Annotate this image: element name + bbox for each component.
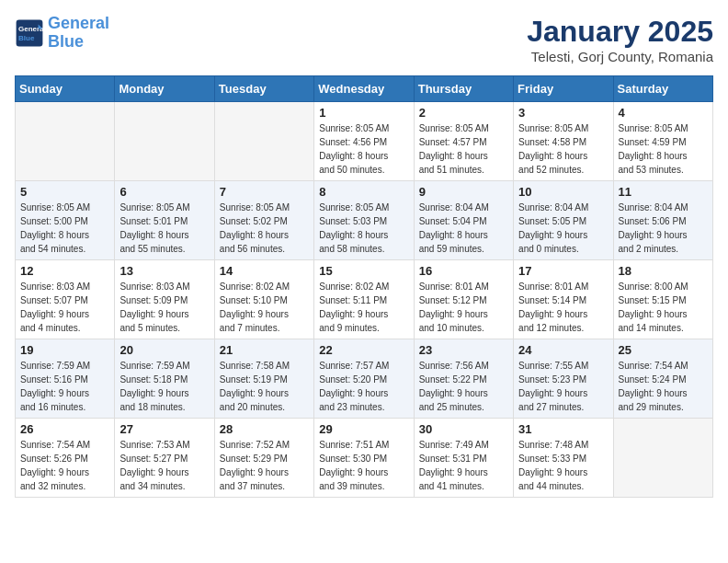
calendar-day-30: 30Sunrise: 7:49 AM Sunset: 5:31 PM Dayli… [414, 419, 513, 498]
day-info: Sunrise: 8:03 AM Sunset: 5:07 PM Dayligh… [20, 280, 109, 335]
day-info: Sunrise: 8:05 AM Sunset: 4:58 PM Dayligh… [518, 121, 608, 177]
day-number: 31 [518, 422, 608, 436]
calendar-day-27: 27Sunrise: 7:53 AM Sunset: 5:27 PM Dayli… [115, 419, 214, 498]
day-info: Sunrise: 7:53 AM Sunset: 5:27 PM Dayligh… [119, 438, 209, 493]
calendar-day-23: 23Sunrise: 7:56 AM Sunset: 5:22 PM Dayli… [414, 339, 513, 419]
day-info: Sunrise: 8:02 AM Sunset: 5:10 PM Dayligh… [220, 280, 309, 335]
day-number: 17 [518, 264, 608, 278]
day-info: Sunrise: 7:52 AM Sunset: 5:29 PM Dayligh… [220, 438, 309, 493]
calendar-day-2: 2Sunrise: 8:05 AM Sunset: 4:57 PM Daylig… [414, 102, 513, 181]
weekday-header-thursday: Thursday [414, 76, 513, 102]
day-number: 8 [319, 185, 408, 199]
main-title: January 2025 [527, 15, 713, 49]
day-number: 6 [119, 185, 209, 199]
day-info: Sunrise: 8:05 AM Sunset: 5:02 PM Dayligh… [220, 201, 309, 256]
calendar-day-6: 6Sunrise: 8:05 AM Sunset: 5:01 PM Daylig… [115, 181, 214, 260]
day-info: Sunrise: 7:54 AM Sunset: 5:24 PM Dayligh… [619, 359, 708, 414]
calendar-day-5: 5Sunrise: 8:05 AM Sunset: 5:00 PM Daylig… [16, 181, 115, 260]
day-info: Sunrise: 8:01 AM Sunset: 5:14 PM Dayligh… [518, 280, 608, 335]
day-info: Sunrise: 8:02 AM Sunset: 5:11 PM Dayligh… [319, 280, 408, 335]
header: General Blue General Blue January 2025 T… [15, 15, 713, 64]
day-number: 27 [119, 422, 209, 436]
day-info: Sunrise: 7:54 AM Sunset: 5:26 PM Dayligh… [20, 438, 109, 493]
day-info: Sunrise: 8:04 AM Sunset: 5:05 PM Dayligh… [518, 201, 608, 256]
day-info: Sunrise: 7:56 AM Sunset: 5:22 PM Dayligh… [419, 359, 508, 414]
calendar-day-24: 24Sunrise: 7:55 AM Sunset: 5:23 PM Dayli… [514, 339, 613, 419]
calendar-day-25: 25Sunrise: 7:54 AM Sunset: 5:24 PM Dayli… [613, 339, 712, 419]
calendar-week-row: 5Sunrise: 8:05 AM Sunset: 5:00 PM Daylig… [16, 181, 713, 260]
calendar-day-11: 11Sunrise: 8:04 AM Sunset: 5:06 PM Dayli… [613, 181, 712, 260]
day-number: 1 [319, 106, 408, 120]
title-area: January 2025 Telesti, Gorj County, Roman… [527, 15, 713, 64]
day-info: Sunrise: 8:05 AM Sunset: 5:01 PM Dayligh… [119, 201, 209, 256]
day-info: Sunrise: 7:58 AM Sunset: 5:19 PM Dayligh… [220, 359, 309, 414]
day-number: 30 [419, 422, 508, 436]
weekday-header-wednesday: Wednesday [314, 76, 414, 102]
day-info: Sunrise: 8:05 AM Sunset: 5:03 PM Dayligh… [319, 201, 408, 256]
day-number: 9 [419, 185, 508, 199]
calendar-week-row: 12Sunrise: 8:03 AM Sunset: 5:07 PM Dayli… [16, 260, 713, 339]
day-number: 21 [220, 343, 309, 357]
day-number: 10 [518, 185, 608, 199]
day-number: 3 [518, 106, 608, 120]
day-number: 28 [220, 422, 309, 436]
day-number: 19 [20, 343, 109, 357]
calendar-week-row: 19Sunrise: 7:59 AM Sunset: 5:16 PM Dayli… [16, 339, 713, 419]
calendar-day-15: 15Sunrise: 8:02 AM Sunset: 5:11 PM Dayli… [314, 260, 414, 339]
day-info: Sunrise: 8:01 AM Sunset: 5:12 PM Dayligh… [419, 280, 508, 335]
weekday-header-row: SundayMondayTuesdayWednesdayThursdayFrid… [16, 76, 713, 102]
day-info: Sunrise: 7:51 AM Sunset: 5:30 PM Dayligh… [319, 438, 408, 493]
calendar-day-26: 26Sunrise: 7:54 AM Sunset: 5:26 PM Dayli… [16, 419, 115, 498]
day-number: 18 [619, 264, 708, 278]
calendar-empty-cell [214, 102, 313, 181]
day-number: 22 [319, 343, 408, 357]
day-number: 29 [319, 422, 408, 436]
day-number: 5 [20, 185, 109, 199]
day-info: Sunrise: 8:03 AM Sunset: 5:09 PM Dayligh… [119, 280, 209, 335]
calendar-empty-cell [613, 419, 712, 498]
calendar-empty-cell [115, 102, 214, 181]
calendar-day-1: 1Sunrise: 8:05 AM Sunset: 4:56 PM Daylig… [314, 102, 414, 181]
logo-line2: Blue [48, 32, 84, 51]
calendar-day-14: 14Sunrise: 8:02 AM Sunset: 5:10 PM Dayli… [214, 260, 313, 339]
day-info: Sunrise: 7:55 AM Sunset: 5:23 PM Dayligh… [518, 359, 608, 414]
logo-text: General Blue [48, 15, 109, 52]
calendar-week-row: 1Sunrise: 8:05 AM Sunset: 4:56 PM Daylig… [16, 102, 713, 181]
day-number: 4 [619, 106, 708, 120]
day-number: 25 [619, 343, 708, 357]
day-number: 23 [419, 343, 508, 357]
subtitle: Telesti, Gorj County, Romania [527, 49, 713, 64]
calendar-day-29: 29Sunrise: 7:51 AM Sunset: 5:30 PM Dayli… [314, 419, 414, 498]
weekday-header-tuesday: Tuesday [214, 76, 313, 102]
day-info: Sunrise: 8:04 AM Sunset: 5:06 PM Dayligh… [619, 201, 708, 256]
calendar-day-19: 19Sunrise: 7:59 AM Sunset: 5:16 PM Dayli… [16, 339, 115, 419]
calendar-table: SundayMondayTuesdayWednesdayThursdayFrid… [15, 75, 713, 498]
day-info: Sunrise: 7:59 AM Sunset: 5:16 PM Dayligh… [20, 359, 109, 414]
calendar-day-21: 21Sunrise: 7:58 AM Sunset: 5:19 PM Dayli… [214, 339, 313, 419]
calendar-day-16: 16Sunrise: 8:01 AM Sunset: 5:12 PM Dayli… [414, 260, 513, 339]
day-info: Sunrise: 8:05 AM Sunset: 4:57 PM Dayligh… [419, 121, 508, 177]
day-number: 20 [119, 343, 209, 357]
day-info: Sunrise: 7:48 AM Sunset: 5:33 PM Dayligh… [518, 438, 608, 493]
day-info: Sunrise: 8:04 AM Sunset: 5:04 PM Dayligh… [419, 201, 508, 256]
logo-icon: General Blue [15, 18, 44, 48]
calendar-day-4: 4Sunrise: 8:05 AM Sunset: 4:59 PM Daylig… [613, 102, 712, 181]
calendar-day-8: 8Sunrise: 8:05 AM Sunset: 5:03 PM Daylig… [314, 181, 414, 260]
calendar-day-22: 22Sunrise: 7:57 AM Sunset: 5:20 PM Dayli… [314, 339, 414, 419]
day-info: Sunrise: 7:57 AM Sunset: 5:20 PM Dayligh… [319, 359, 408, 414]
day-info: Sunrise: 8:00 AM Sunset: 5:15 PM Dayligh… [619, 280, 708, 335]
calendar-day-18: 18Sunrise: 8:00 AM Sunset: 5:15 PM Dayli… [613, 260, 712, 339]
day-number: 2 [419, 106, 508, 120]
day-number: 13 [119, 264, 209, 278]
day-number: 11 [619, 185, 708, 199]
day-number: 24 [518, 343, 608, 357]
day-info: Sunrise: 7:49 AM Sunset: 5:31 PM Dayligh… [419, 438, 508, 493]
svg-text:Blue: Blue [18, 34, 35, 42]
calendar-day-7: 7Sunrise: 8:05 AM Sunset: 5:02 PM Daylig… [214, 181, 313, 260]
calendar-day-12: 12Sunrise: 8:03 AM Sunset: 5:07 PM Dayli… [16, 260, 115, 339]
day-number: 16 [419, 264, 508, 278]
day-number: 7 [220, 185, 309, 199]
calendar-day-31: 31Sunrise: 7:48 AM Sunset: 5:33 PM Dayli… [514, 419, 613, 498]
calendar-day-20: 20Sunrise: 7:59 AM Sunset: 5:18 PM Dayli… [115, 339, 214, 419]
day-number: 15 [319, 264, 408, 278]
